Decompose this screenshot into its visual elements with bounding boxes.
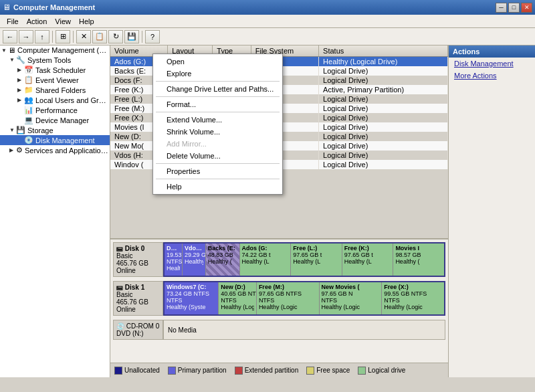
export-button[interactable]: 💾 xyxy=(124,30,139,43)
tree-panel: ▼ 🖥 Computer Management (Local ▼ 🔧 Syste… xyxy=(0,45,110,377)
tree-disk-management[interactable]: 💿 Disk Management xyxy=(0,135,110,145)
disk0-label: 🖴 Disk 0 Basic 465.76 GB Online xyxy=(113,242,163,277)
services-icon: ⚙ xyxy=(16,146,23,155)
disk1-status: Online xyxy=(116,306,160,313)
title-bar: 🖥 Computer Management ─ □ ✕ xyxy=(0,0,535,15)
cdrom-icon: 💿 CD-ROM 0 xyxy=(116,322,160,330)
tree-arrow-system: ▼ xyxy=(9,57,16,63)
partition-fs: NTFS xyxy=(167,258,180,265)
properties-button[interactable]: 📋 xyxy=(92,30,107,43)
partition-size: 19.53 GB xyxy=(167,252,180,258)
tree-arrow-services: ▶ xyxy=(9,147,16,153)
disk0-row: 🖴 Disk 0 Basic 465.76 GB Online Docs (F:… xyxy=(113,242,445,277)
toolbar-separator-2 xyxy=(73,31,74,43)
partition-status: Healthy ( xyxy=(208,258,237,265)
disk1-title: 🖴 Disk 1 xyxy=(116,284,160,291)
partition[interactable]: Free (L:) 97.65 GB t Healthy (L xyxy=(291,243,342,276)
legend-logical: Logical drive xyxy=(358,367,405,375)
minimize-button[interactable]: ─ xyxy=(496,3,507,13)
shared-folders-icon: 📁 xyxy=(24,86,33,94)
tree-services-label: Services and Applications xyxy=(25,146,108,155)
menu-action[interactable]: Action xyxy=(23,17,51,26)
context-menu-separator xyxy=(156,179,280,179)
menu-view[interactable]: View xyxy=(51,17,75,26)
cdrom-row: 💿 CD-ROM 0 DVD (N:) No Media xyxy=(113,320,445,340)
legend-extended: Extended partition xyxy=(235,367,299,375)
legend-free-box xyxy=(306,367,314,375)
partition-status: Healthy (Logic xyxy=(322,304,380,310)
context-menu-item[interactable]: Explore xyxy=(153,68,282,80)
back-button[interactable]: ← xyxy=(3,30,17,43)
forward-button[interactable]: → xyxy=(19,30,33,43)
tree-root[interactable]: ▼ 🖥 Computer Management (Local xyxy=(0,45,110,55)
partition[interactable]: Windows7 (C: 73.24 GB NTFS NTFS Healthy … xyxy=(165,282,219,314)
tree-storage[interactable]: ▼ 💾 Storage xyxy=(0,125,110,135)
partition[interactable]: Docs (F: 19.53 GB NTFS Healthy xyxy=(165,243,183,276)
partition-size: 97.65 GB NTFS xyxy=(259,290,317,297)
legend-bar: Unallocated Primary partition Extended p… xyxy=(110,363,448,377)
close-button[interactable]: ✕ xyxy=(521,3,532,13)
partition-status: Healthy (L xyxy=(293,258,340,265)
partition[interactable]: Vdos (V: 29.29 Gt Healthy xyxy=(183,243,206,276)
partition[interactable]: Free (X:) 99.55 GB NTFS NTFS Healthy (Lo… xyxy=(382,282,444,314)
delete-button[interactable]: ✕ xyxy=(76,30,91,43)
menu-file[interactable]: File xyxy=(3,17,23,26)
partition[interactable]: Ados (G: 74.22 GB t Healthy (L xyxy=(240,243,292,276)
context-menu-item[interactable]: Properties xyxy=(153,165,282,177)
tree-system-tools[interactable]: ▼ 🔧 System Tools xyxy=(0,55,110,65)
tree-system-label: System Tools xyxy=(27,56,71,64)
partition-size: 97.65 GB N xyxy=(322,290,380,297)
actions-header: Actions xyxy=(449,45,535,58)
actions-more[interactable]: More Actions xyxy=(449,70,535,82)
partition-size: 97.65 GB t xyxy=(344,252,391,258)
help-button[interactable]: ? xyxy=(145,30,160,43)
partition[interactable]: Free (M:) 97.65 GB NTFS NTFS Healthy (Lo… xyxy=(257,282,320,314)
tree-performance[interactable]: 📊 Performance xyxy=(0,105,110,115)
menu-help[interactable]: Help xyxy=(75,17,98,26)
disk0-type: Basic xyxy=(116,252,160,260)
disk-management-icon: 💿 xyxy=(24,136,33,144)
context-menu-item[interactable]: Format... xyxy=(153,98,282,110)
context-menu-item[interactable]: Open xyxy=(153,56,282,68)
disk1-size: 465.76 GB xyxy=(116,298,160,306)
tree-local-users[interactable]: ▶ 👥 Local Users and Groups xyxy=(0,95,110,105)
tree-task-scheduler[interactable]: ▶ 📅 Task Scheduler xyxy=(0,65,110,75)
refresh-button[interactable]: ↻ xyxy=(108,30,123,43)
partition[interactable]: Backs (E: 48.83 GB Healthy ( xyxy=(206,243,240,276)
tree-device-manager[interactable]: 💻 Device Manager xyxy=(0,115,110,125)
partition[interactable]: New Movies ( 97.65 GB N NTFS Healthy (Lo… xyxy=(320,282,383,314)
context-menu-item[interactable]: Shrink Volume... xyxy=(153,126,282,138)
context-menu-item[interactable]: Change Drive Letter and Paths... xyxy=(153,83,282,95)
partition-size: 73.24 GB NTFS xyxy=(167,290,216,297)
toolbar-separator-3 xyxy=(142,31,142,43)
partition-name: Free (X:) xyxy=(384,284,442,290)
partition[interactable]: Free (K:) 97.65 GB t Healthy (L xyxy=(342,243,394,276)
legend-unallocated-label: Unallocated xyxy=(124,367,160,374)
partition[interactable]: Movies I 98.57 GB Healthy ( xyxy=(393,243,444,276)
tree-event-viewer[interactable]: ▶ 📋 Event Viewer xyxy=(0,75,110,85)
tree-shared-folders[interactable]: ▶ 📁 Shared Folders xyxy=(0,85,110,95)
legend-extended-box xyxy=(235,367,243,375)
partition-status: Healthy (L xyxy=(242,258,289,265)
partition-size: 40.65 GB NTFS xyxy=(221,290,254,297)
context-menu-item[interactable]: Delete Volume... xyxy=(153,150,282,162)
legend-primary-box xyxy=(168,367,176,375)
maximize-button[interactable]: □ xyxy=(508,3,520,13)
tree-arrow-shared: ▶ xyxy=(17,87,24,93)
legend-extended-label: Extended partition xyxy=(245,367,299,374)
context-menu-item[interactable]: Help xyxy=(153,181,282,193)
show-hide-tree-button[interactable]: ⊞ xyxy=(56,30,70,43)
system-tools-icon: 🔧 xyxy=(16,56,25,64)
actions-disk-management[interactable]: Disk Management xyxy=(449,58,535,70)
col-status[interactable]: Status xyxy=(319,45,448,57)
partition-size: 98.57 GB xyxy=(395,252,442,258)
device-manager-icon: 💻 xyxy=(24,116,33,124)
legend-primary-label: Primary partition xyxy=(178,367,227,374)
tree-perf-label: Performance xyxy=(35,106,78,114)
up-button[interactable]: ↑ xyxy=(35,30,49,43)
tree-services[interactable]: ▶ ⚙ Services and Applications xyxy=(0,145,110,155)
partition-status: Healthy (Logic xyxy=(259,304,317,310)
partition[interactable]: New (D:) 40.65 GB NTFS NTFS Healthy (Log… xyxy=(219,282,257,314)
context-menu-separator xyxy=(156,163,280,164)
context-menu-item[interactable]: Extend Volume... xyxy=(153,114,282,126)
